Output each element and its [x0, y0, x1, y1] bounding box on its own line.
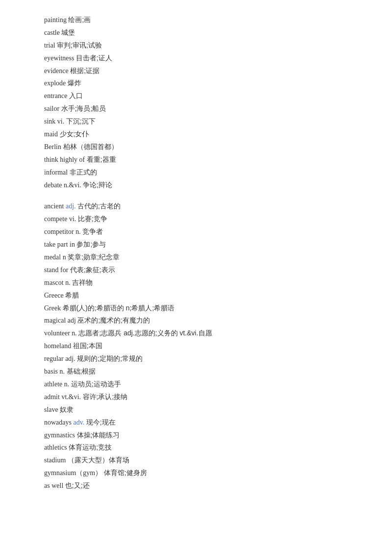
- list-item: maid 少女;女仆: [44, 128, 348, 141]
- vocab-cn: 祖国;本国: [73, 342, 102, 350]
- list-item: volunteer n. 志愿者;志愿兵 adj.志愿的;义务的 vt.&vi.…: [44, 327, 348, 340]
- list-item: medal n 奖章;勋章;纪念章: [44, 251, 348, 264]
- vocab-en: medal n: [44, 253, 68, 261]
- vocab-pos: adv.: [74, 419, 85, 426]
- vocab-cn: 水手;海员;船员: [61, 104, 106, 112]
- vocab-en: nowadays: [44, 419, 74, 426]
- vocab-en: homeland: [44, 342, 73, 350]
- vocab-cn: 吉祥物: [72, 278, 93, 286]
- list-item: trial 审判;审讯;试验: [44, 39, 348, 52]
- list-item: homeland 祖国;本国: [44, 340, 348, 353]
- list-item: debate n.&vi. 争论;辩论: [44, 179, 348, 192]
- vocab-pos: adj.: [66, 202, 76, 210]
- vocab-en: slave: [44, 406, 60, 413]
- vocab-en: painting: [44, 16, 68, 24]
- vocab-cn: 柏林（德国首都）: [63, 143, 118, 151]
- vocab-cn: 少女;女仆: [60, 130, 89, 138]
- list-item: Greece 希腊: [44, 289, 348, 302]
- list-item: informal 非正式的: [44, 166, 348, 179]
- list-item: admit vt.&vi. 容许;承认;接纳: [44, 391, 348, 404]
- list-item: entrance 入口: [44, 90, 348, 102]
- list-item: basis n. 基础;根据: [44, 365, 348, 378]
- list-item: compete vi. 比赛;竞争: [44, 213, 348, 226]
- vocab-en: eyewitness: [44, 54, 76, 62]
- list-item: Berlin 柏林（德国首都）: [44, 141, 348, 153]
- vocab-cn: 志愿者;志愿兵 adj.志愿的;义务的 vt.&vi.自愿: [78, 329, 212, 337]
- list-item: gymnasium（gym） 体育馆;健身房: [44, 467, 348, 479]
- unit1-vocab-list: painting 绘画;画castle 城堡trial 审判;审讯;试验eyew…: [44, 14, 348, 191]
- list-item: Greek 希腊(人)的;希腊语的 n;希腊人;希腊语: [44, 302, 348, 315]
- list-item: ancient adj. 古代的;古老的: [44, 200, 348, 213]
- list-item: as well 也;又;还: [44, 479, 348, 492]
- vocab-en: as well: [44, 482, 65, 489]
- vocab-en: admit vt.&vi.: [44, 393, 83, 401]
- vocab-en: informal: [44, 169, 70, 176]
- vocab-cn: 奖章;勋章;纪念章: [68, 253, 120, 261]
- vocab-en: basis n.: [44, 368, 67, 375]
- vocab-cn: 竞争者: [82, 227, 103, 235]
- vocab-cn: 基础;根据: [67, 367, 96, 375]
- list-item: athletics 体育运动;竞技: [44, 441, 348, 454]
- list-item: sailor 水手;海员;船员: [44, 102, 348, 115]
- vocab-cn: 古代的;古老的: [77, 202, 121, 210]
- list-item: think highly of 看重;器重: [44, 153, 348, 166]
- list-item: nowadays adv. 现今;现在: [44, 416, 348, 429]
- vocab-cn: 看重;器重: [87, 155, 116, 163]
- list-item: slave 奴隶: [44, 404, 348, 416]
- vocab-cn: 体育馆;健身房: [104, 469, 147, 477]
- unit2-vocab-list: ancient adj. 古代的;古老的compete vi. 比赛;竞争com…: [44, 200, 348, 492]
- vocab-en: athlete n.: [44, 380, 71, 388]
- list-item: magical adj 巫术的;魔术的;有魔力的: [44, 314, 348, 327]
- list-item: competitor n. 竞争者: [44, 226, 348, 238]
- list-item: stand for 代表;象征;表示: [44, 264, 348, 277]
- vocab-cn: 爆炸: [68, 79, 81, 87]
- vocab-cn: 运动员;运动选手: [71, 380, 121, 388]
- vocab-en: sailor: [44, 105, 61, 112]
- vocab-en: athletics: [44, 444, 69, 451]
- list-item: sink vi. 下沉;沉下: [44, 115, 348, 128]
- vocab-cn: 巫术的;魔术的;有魔力的: [77, 316, 150, 324]
- vocab-cn: 也;又;还: [65, 481, 90, 489]
- vocab-en: ancient: [44, 202, 66, 210]
- vocab-cn: 入口: [69, 92, 83, 100]
- list-item: take part in 参加;参与: [44, 238, 348, 251]
- vocab-cn: 体育运动;竞技: [69, 443, 112, 451]
- list-item: athlete n. 运动员;运动选手: [44, 378, 348, 391]
- list-item: explode 爆炸: [44, 77, 348, 90]
- vocab-cn: 非正式的: [70, 168, 97, 176]
- vocab-en: magical adj: [44, 317, 77, 324]
- vocab-en: debate n.&vi.: [44, 181, 83, 189]
- vocab-cn: 希腊: [65, 291, 79, 299]
- vocab-cn: 现今;现在: [86, 418, 116, 426]
- vocab-cn: 希腊(人)的;希腊语的 n;希腊人;希腊语: [63, 304, 175, 312]
- list-item: castle 城堡: [44, 26, 348, 39]
- vocab-en: trial: [44, 42, 57, 49]
- vocab-en: sink vi.: [44, 118, 66, 125]
- list-item: eyewitness 目击者;证人: [44, 52, 348, 65]
- top-banner: [0, 0, 392, 9]
- list-item: stadium （露天大型）体育场: [44, 454, 348, 467]
- vocab-en: evidence: [44, 67, 70, 75]
- list-item: painting 绘画;画: [44, 14, 348, 26]
- vocab-en: mascot n.: [44, 279, 72, 286]
- vocab-en: castle: [44, 29, 61, 36]
- vocab-cn: 争论;辩论: [83, 181, 112, 189]
- vocab-en: entrance: [44, 92, 69, 100]
- vocab-cn: 容许;承认;接纳: [83, 393, 128, 401]
- vocab-en: explode: [44, 79, 68, 87]
- vocab-en: compete vi.: [44, 215, 78, 223]
- vocab-cn: 下沉;沉下: [66, 117, 96, 125]
- vocab-en: stand for: [44, 266, 70, 274]
- vocab-en: volunteer n.: [44, 329, 78, 337]
- vocab-cn: 参加;参与: [76, 240, 106, 248]
- vocab-en: Greece: [44, 292, 65, 299]
- vocab-en: Berlin: [44, 143, 63, 151]
- list-item: mascot n. 吉祥物: [44, 277, 348, 289]
- vocab-cn: 目击者;证人: [76, 54, 112, 62]
- vocab-cn: 城堡: [61, 28, 75, 36]
- vocab-en: stadium: [44, 456, 68, 464]
- list-item: regular adj. 规则的;定期的;常规的: [44, 353, 348, 365]
- vocab-cn: 规则的;定期的;常规的: [77, 354, 143, 362]
- vocab-cn: 奴隶: [60, 405, 74, 413]
- vocab-en: maid: [44, 130, 60, 138]
